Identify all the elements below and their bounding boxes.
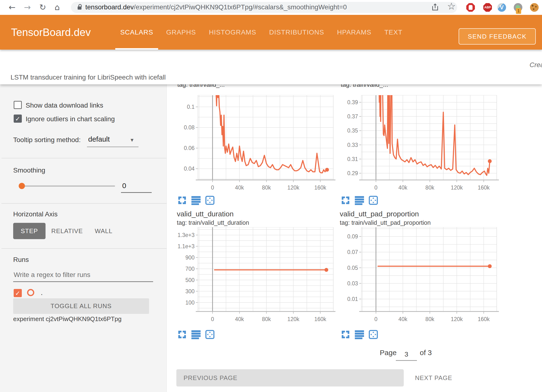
ignore-outliers-label: Ignore outliers in chart scaling <box>26 115 115 123</box>
page-of-label: of 3 <box>420 349 432 357</box>
experiment-band: LSTM transducer training for LibriSpeech… <box>0 50 542 84</box>
divider <box>1 203 167 204</box>
share-icon[interactable] <box>431 3 439 12</box>
fit-domain-icon[interactable] <box>369 330 378 339</box>
svg-text:0.05: 0.05 <box>347 265 358 271</box>
run-checkbox[interactable]: ✓ <box>14 289 22 297</box>
svg-text:300: 300 <box>185 288 195 294</box>
send-feedback-button[interactable]: SEND FEEDBACK <box>459 28 536 45</box>
browser-bar: ← → ↻ ⌂ tensorboard.dev/experiment/cj2vt… <box>0 0 542 15</box>
smoothing-slider-knob[interactable] <box>19 183 25 189</box>
horizontal-axis-label: Horizontal Axis <box>13 210 58 218</box>
svg-text:40k: 40k <box>398 316 408 322</box>
forward-icon[interactable]: → <box>24 2 31 12</box>
experiment-title: LSTM transducer training for LibriSpeech… <box>11 74 166 81</box>
svg-text:80k: 80k <box>425 184 434 191</box>
axis-relative-button[interactable]: RELATIVE <box>50 223 84 239</box>
tab-text[interactable]: TEXT <box>378 15 409 50</box>
chart1-tag-clipped: tag: train/valid_... <box>177 84 331 89</box>
svg-text:0.09: 0.09 <box>347 233 358 240</box>
tooltip-select-underline <box>87 136 138 147</box>
svg-text:0.31: 0.31 <box>347 156 358 162</box>
tab-hparams[interactable]: HPARAMS <box>331 15 378 50</box>
fullscreen-icon[interactable] <box>341 196 350 205</box>
cookie-extension-icon[interactable] <box>530 3 539 12</box>
fullscreen-icon[interactable] <box>177 330 187 339</box>
svg-text:0.06: 0.06 <box>184 145 195 151</box>
tooltip-sorting-label: Tooltip sorting method: <box>13 136 81 144</box>
data-lines-icon[interactable] <box>191 196 201 205</box>
show-download-links-checkbox[interactable] <box>14 101 22 109</box>
show-download-links-label: Show data download links <box>26 102 103 109</box>
svg-text:0.1: 0.1 <box>187 104 195 110</box>
chart1-toolbar <box>177 196 215 205</box>
chart-canvas-1[interactable]: 0.040.060.080.1040k80k120k160k <box>175 95 339 194</box>
fit-domain-icon[interactable] <box>369 196 378 205</box>
svg-text:0.33: 0.33 <box>347 142 358 148</box>
chart-canvas-2[interactable]: 0.290.310.330.350.370.39040k80k120k160k <box>339 95 503 194</box>
tab-graphs[interactable]: GRAPHS <box>160 15 202 50</box>
v-extension-icon[interactable]: V <box>497 3 506 12</box>
chart3-toolbar <box>177 330 215 339</box>
tab-histograms[interactable]: HISTOGRAMS <box>202 15 263 50</box>
settings-sidebar: Show data download links ✓ Ignore outlie… <box>0 84 167 392</box>
svg-text:0.37: 0.37 <box>347 113 358 120</box>
fullscreen-icon[interactable] <box>341 330 350 339</box>
chart-tag: tag: train/valid_utt_pad_proportion <box>340 219 431 226</box>
svg-text:0.29: 0.29 <box>347 170 358 176</box>
previous-page-button[interactable]: PREVIOUS PAGE <box>176 369 404 386</box>
abp-extension-icon[interactable]: ABP <box>483 3 492 12</box>
chart-valid-utt-duration[interactable]: 1003005007009001.1e+31.3e+3040k80k120k16… <box>175 227 339 326</box>
tab-scalars[interactable]: SCALARS <box>114 15 160 50</box>
svg-text:0: 0 <box>211 184 214 191</box>
app-logo: TensorBoard.dev <box>11 26 91 38</box>
svg-text:40k: 40k <box>398 184 408 191</box>
svg-text:0: 0 <box>375 184 378 191</box>
svg-text:900: 900 <box>185 254 195 261</box>
created-text-clipped: Crea <box>530 61 542 69</box>
toggle-all-runs-button[interactable]: TOGGLE ALL RUNS <box>13 298 149 314</box>
fit-domain-icon[interactable] <box>205 196 215 205</box>
fit-domain-icon[interactable] <box>205 330 215 339</box>
next-page-button[interactable]: NEXT PAGE <box>411 369 456 386</box>
axis-step-button[interactable]: STEP <box>13 223 46 239</box>
tab-distributions[interactable]: DISTRIBUTIONS <box>263 15 330 50</box>
data-lines-icon[interactable] <box>355 330 364 339</box>
page-number-input[interactable] <box>396 349 417 361</box>
axis-wall-button[interactable]: WALL <box>92 223 115 239</box>
smoothing-slider-track[interactable] <box>20 185 115 187</box>
reload-icon[interactable]: ↻ <box>39 2 46 12</box>
svg-text:160k: 160k <box>314 184 326 191</box>
chart-tag: tag: train/valid_utt_duration <box>177 219 249 226</box>
data-lines-icon[interactable] <box>191 330 201 339</box>
svg-text:100: 100 <box>185 300 195 306</box>
svg-text:80k: 80k <box>425 316 434 322</box>
svg-text:700: 700 <box>185 266 195 272</box>
chart2-toolbar <box>341 196 378 205</box>
svg-text:160k: 160k <box>478 316 490 322</box>
url-text[interactable]: tensorboard.dev/experiment/cj2vtPiwQHKN9… <box>85 3 347 11</box>
fullscreen-icon[interactable] <box>177 196 187 205</box>
smoothing-value-underline <box>121 182 152 193</box>
url-path: /experiment/cj2vtPiwQHKN9Q1tx6PTpg/#scal… <box>134 3 347 11</box>
runs-filter-input[interactable] <box>13 268 153 282</box>
divider <box>1 158 167 158</box>
svg-text:160k: 160k <box>478 184 490 191</box>
adblock-extension-icon[interactable] <box>466 3 475 12</box>
back-icon[interactable]: ← <box>9 2 16 12</box>
ignore-outliers-checkbox[interactable]: ✓ <box>14 115 22 123</box>
chart-valid-utt-pad-proportion[interactable]: 0.010.030.050.070.09040k80k120k160k <box>339 227 503 326</box>
svg-text:0.07: 0.07 <box>347 249 358 255</box>
svg-text:0.01: 0.01 <box>347 296 358 302</box>
home-icon[interactable]: ⌂ <box>55 2 60 12</box>
smoothing-label: Smoothing <box>13 167 45 174</box>
chart4-toolbar <box>341 330 378 339</box>
data-lines-icon[interactable] <box>355 196 364 205</box>
run-color-swatch[interactable] <box>27 289 34 296</box>
chart-title: valid_utt_duration <box>177 210 234 218</box>
run-name: . <box>41 288 43 297</box>
svg-text:0.35: 0.35 <box>347 127 358 134</box>
svg-text:120k: 120k <box>451 316 463 322</box>
experiment-run-name: experiment cj2vtPiwQHKN9Q1tx6PTpg <box>13 315 121 323</box>
bookmark-star-icon[interactable]: ☆ <box>447 1 456 11</box>
